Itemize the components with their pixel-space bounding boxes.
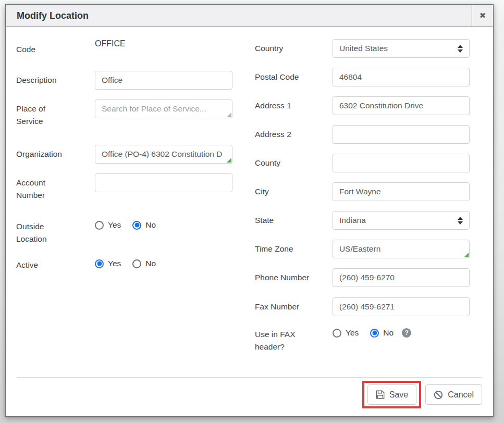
organization-select[interactable]: Office (PO-4) 6302 Constitution D: [95, 145, 232, 164]
active-no-label: No: [145, 259, 156, 268]
postal-code-label: Postal Code: [255, 68, 320, 83]
field-row-organization: Organization Office (PO-4) 6302 Constitu…: [16, 145, 240, 164]
field-row-county: County: [255, 154, 471, 172]
fax-number-input[interactable]: [333, 297, 470, 316]
state-label: State: [255, 211, 320, 227]
field-row-city: City: [255, 182, 471, 201]
field-row-address1: Address 1: [255, 96, 471, 115]
code-value: OFFICE: [95, 38, 232, 49]
time-zone-value: US/Eastern: [339, 244, 463, 254]
outside-location-no-label: No: [145, 220, 156, 230]
field-row-use-in-fax-header: Use in FAX header? Yes No ?: [255, 328, 471, 353]
description-input[interactable]: [95, 71, 232, 90]
cancel-button-label: Cancel: [448, 390, 474, 400]
help-glyph: ?: [404, 329, 408, 337]
fax-number-label: Fax Number: [255, 297, 320, 313]
field-row-state: State Indiana: [255, 211, 471, 230]
use-in-fax-header-no-option[interactable]: No: [370, 328, 394, 338]
county-input[interactable]: [333, 154, 470, 172]
organization-value: Office (PO-4) 6302 Constitution D: [102, 150, 226, 159]
organization-label: Organization: [16, 145, 71, 160]
country-select[interactable]: United States: [333, 39, 470, 58]
address2-input[interactable]: [333, 125, 470, 144]
dialog-title: Modify Location: [6, 10, 472, 21]
save-button-label: Save: [389, 390, 408, 400]
field-row-account-number: Account Number: [16, 173, 240, 202]
code-label: Code: [16, 40, 71, 56]
outside-location-label: Outside Location: [16, 220, 71, 245]
address1-input[interactable]: [333, 96, 470, 115]
field-row-postal-code: Postal Code: [255, 68, 471, 86]
phone-number-input[interactable]: [333, 268, 470, 287]
radio-checked-icon: [95, 259, 104, 268]
field-row-description: Description: [16, 71, 240, 90]
active-yes-option[interactable]: Yes: [95, 259, 121, 268]
time-zone-select[interactable]: US/Eastern: [333, 240, 470, 258]
city-label: City: [255, 182, 320, 198]
close-icon: ✖: [480, 11, 486, 20]
close-button[interactable]: ✖: [472, 5, 493, 27]
state-value: Indiana: [339, 216, 453, 225]
help-icon[interactable]: ?: [402, 328, 411, 338]
radio-checked-icon: [132, 221, 141, 230]
use-in-fax-header-yes-option[interactable]: Yes: [333, 328, 359, 338]
field-row-place-of-service: Place of Service: [16, 99, 240, 128]
account-number-label: Account Number: [16, 173, 71, 202]
radio-unchecked-icon: [132, 259, 141, 268]
dialog-footer: Save Cancel: [6, 377, 493, 405]
time-zone-label: Time Zone: [255, 240, 320, 255]
address1-label: Address 1: [255, 96, 320, 112]
radio-unchecked-icon: [95, 221, 104, 230]
field-row-code: Code OFFICE: [16, 40, 240, 56]
country-value: United States: [339, 44, 453, 53]
unfold-arrows-icon: [458, 217, 463, 225]
field-row-active: Active Yes No: [16, 259, 240, 271]
active-radio-group: Yes No: [95, 259, 232, 268]
active-no-option[interactable]: No: [132, 259, 156, 268]
use-in-fax-header-no-label: No: [383, 328, 394, 338]
active-yes-label: Yes: [108, 259, 121, 268]
field-row-time-zone: Time Zone US/Eastern: [255, 240, 471, 258]
dialog-header: Modify Location ✖: [6, 5, 493, 27]
field-row-fax-number: Fax Number: [255, 297, 471, 316]
use-in-fax-header-yes-label: Yes: [346, 328, 359, 338]
radio-unchecked-icon: [333, 329, 341, 338]
cancel-ban-icon: [434, 390, 443, 400]
use-in-fax-header-label: Use in FAX header?: [255, 328, 320, 353]
field-row-address2: Address 2: [255, 125, 471, 144]
city-input[interactable]: [333, 182, 470, 201]
place-of-service-input[interactable]: [95, 99, 232, 118]
modify-location-dialog: Modify Location ✖ Code OFFICE Descriptio…: [5, 4, 494, 417]
unfold-arrows-icon: [458, 45, 463, 53]
description-label: Description: [16, 71, 71, 86]
outside-location-no-option[interactable]: No: [132, 220, 156, 230]
field-row-country: Country United States: [255, 39, 471, 58]
field-row-phone-number: Phone Number: [255, 268, 471, 287]
save-button[interactable]: Save: [367, 384, 416, 405]
form-column-right: Country United States Postal Code Addres…: [255, 39, 471, 353]
postal-code-input[interactable]: [333, 68, 470, 86]
phone-number-label: Phone Number: [255, 268, 320, 284]
cancel-button[interactable]: Cancel: [425, 384, 482, 405]
save-floppy-icon: [376, 390, 385, 399]
outside-location-yes-label: Yes: [108, 220, 121, 230]
outside-location-yes-option[interactable]: Yes: [95, 220, 121, 230]
active-label: Active: [16, 259, 71, 271]
country-label: Country: [255, 39, 320, 55]
address2-label: Address 2: [255, 125, 320, 141]
outside-location-radio-group: Yes No: [95, 220, 232, 230]
place-of-service-label: Place of Service: [16, 99, 71, 128]
use-in-fax-header-radio-group: Yes No ?: [333, 328, 470, 338]
field-row-outside-location: Outside Location Yes No: [16, 220, 240, 245]
radio-checked-icon: [370, 329, 379, 338]
county-label: County: [255, 154, 320, 169]
account-number-input[interactable]: [95, 173, 232, 192]
state-select[interactable]: Indiana: [333, 211, 470, 230]
form-column-left: Code OFFICE Description Place of Service…: [16, 40, 240, 271]
